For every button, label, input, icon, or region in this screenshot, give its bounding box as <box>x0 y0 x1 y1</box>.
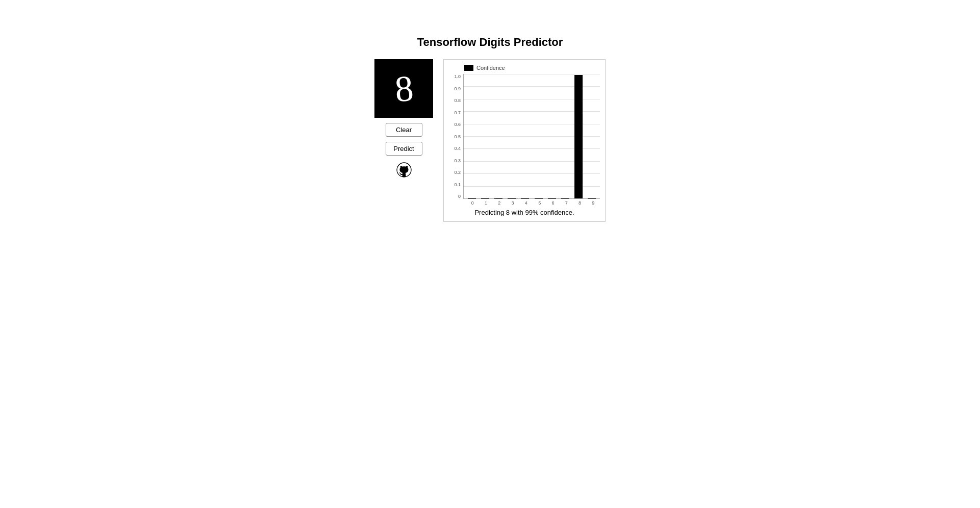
drawn-digit: 8 <box>393 69 414 108</box>
left-panel: 8 Clear Predict <box>374 59 433 178</box>
bar-group-2 <box>492 74 505 198</box>
legend-color-box <box>464 65 473 71</box>
prediction-text: Predicting 8 with 99% confidence. <box>449 209 600 216</box>
predict-button[interactable]: Predict <box>386 142 422 156</box>
bar-group-7 <box>559 74 571 198</box>
clear-button[interactable]: Clear <box>386 123 422 137</box>
chart-inner: Confidence 1.0 0.9 0.8 0.7 0.6 0.5 0.4 0… <box>449 65 600 206</box>
bar-group-3 <box>506 74 518 198</box>
drawing-canvas[interactable]: 8 <box>374 59 433 118</box>
bar-group-1 <box>479 74 491 198</box>
bar-group-0 <box>466 74 478 198</box>
legend-label: Confidence <box>476 65 505 71</box>
bar-group-9 <box>586 74 598 198</box>
chart-area: 1.0 0.9 0.8 0.7 0.6 0.5 0.4 0.3 0.2 0.1 … <box>449 74 600 199</box>
bar-group-8 <box>572 74 585 198</box>
bar-group-6 <box>546 74 558 198</box>
bar-group-5 <box>532 74 544 198</box>
github-icon[interactable] <box>396 162 412 178</box>
bar-group-4 <box>519 74 531 198</box>
page-title: Tensorflow Digits Predictor <box>417 36 563 49</box>
chart-legend: Confidence <box>464 65 600 71</box>
app-container: Tensorflow Digits Predictor 8 Clear Pred… <box>374 36 606 222</box>
bars-row <box>464 74 600 198</box>
y-axis: 1.0 0.9 0.8 0.7 0.6 0.5 0.4 0.3 0.2 0.1 … <box>449 74 463 199</box>
x-axis: 0 1 2 3 4 5 6 7 8 9 <box>466 200 600 206</box>
chart-container: Confidence 1.0 0.9 0.8 0.7 0.6 0.5 0.4 0… <box>443 59 606 222</box>
chart-plot <box>463 74 600 199</box>
main-content: 8 Clear Predict Confidence 1.0 0.9 <box>374 59 606 222</box>
